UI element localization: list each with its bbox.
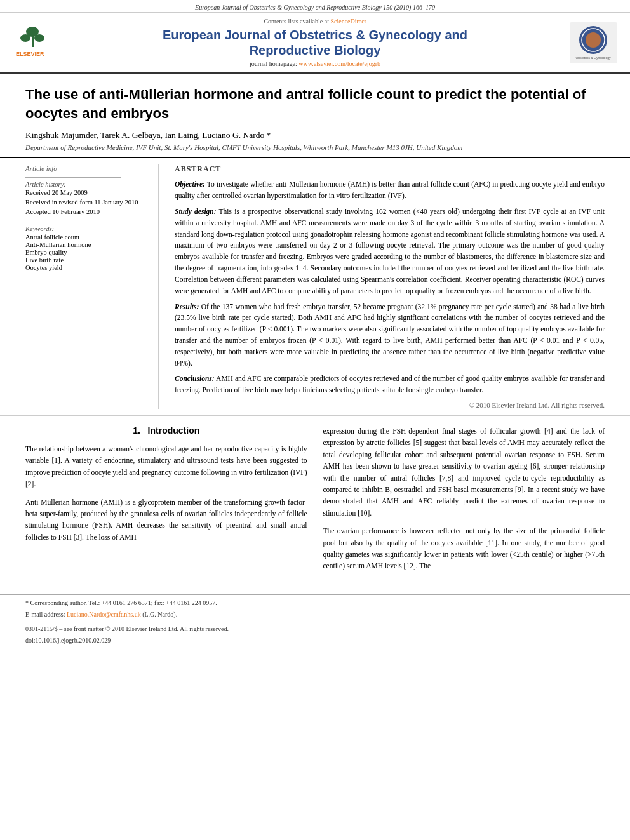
keyword-5: Oocytes yield xyxy=(25,264,149,271)
section-number: 1. xyxy=(133,425,140,436)
svg-text:Obstetrics & Gynecology: Obstetrics & Gynecology xyxy=(575,56,611,60)
right-p2-text: The ovarian performance is however refle… xyxy=(323,527,605,570)
article-authors: Kingshuk Majumder, Tarek A. Gelbaya, Ian… xyxy=(25,130,605,140)
journal-title-line2: Reproductive Biology xyxy=(70,43,560,58)
keyword-3: Embryo quality xyxy=(25,249,149,256)
conclusions-label: Conclusions: xyxy=(175,375,215,382)
copyright-line: © 2010 Elsevier Ireland Ltd. All rights … xyxy=(175,401,605,409)
study-design-text: This is a prospective observational stud… xyxy=(175,208,605,295)
page-wrapper: European Journal of Obstetrics & Gynecol… xyxy=(0,0,630,840)
intro-p2-text: Anti-Müllerian hormone (AMH) is a glycop… xyxy=(25,498,307,541)
journal-badge: Obstetrics & Gynecology xyxy=(570,22,617,63)
homepage-prefix: journal homepage: xyxy=(250,60,297,67)
content-left-column: 1. Introduction The relationship between… xyxy=(25,425,307,578)
elsevier-logo-area: ELSEVIER xyxy=(13,24,70,62)
svg-point-3 xyxy=(20,34,30,42)
intro-paragraph-2: Anti-Müllerian hormone (AMH) is a glycop… xyxy=(25,497,307,543)
elsevier-logo: ELSEVIER xyxy=(13,24,64,59)
journal-header: ELSEVIER Contents lists available at Sci… xyxy=(0,13,630,74)
email-suffix: (L.G. Nardo). xyxy=(142,611,177,618)
article-title-section: The use of anti-Müllerian hormone and an… xyxy=(0,74,630,158)
top-bar: European Journal of Obstetrics & Gynecol… xyxy=(0,0,630,13)
article-info-title: Article info xyxy=(25,164,149,172)
main-content: 1. Introduction The relationship between… xyxy=(0,416,630,588)
introduction-heading: 1. Introduction xyxy=(25,425,307,436)
sciencedirect-line: Contents lists available at ScienceDirec… xyxy=(70,18,560,25)
journal-header-center: Contents lists available at ScienceDirec… xyxy=(70,18,560,67)
right-paragraph-2: The ovarian performance is however refle… xyxy=(323,525,605,572)
section-title: Introduction xyxy=(148,425,200,436)
footnote-section: * Corresponding author. Tel.: +44 0161 2… xyxy=(0,594,630,619)
svg-point-9 xyxy=(586,32,601,48)
footer-line-1: 0301-2115/$ – see front matter © 2010 El… xyxy=(25,624,605,634)
received-date: Received 20 May 2009 xyxy=(25,189,149,196)
keyword-4: Live birth rate xyxy=(25,257,149,263)
right-paragraph-1: expression during the FSH-dependent fina… xyxy=(323,425,605,519)
abstract-study-design: Study design: This is a prospective obse… xyxy=(175,206,605,297)
contents-text: Contents lists available at xyxy=(264,18,328,25)
footer-line-2: doi:10.1016/j.ejogrb.2010.02.029 xyxy=(25,636,605,645)
keywords-label: Keywords: xyxy=(25,225,149,232)
journal-logo-area: Obstetrics & Gynecology xyxy=(560,22,617,63)
svg-point-4 xyxy=(34,34,44,42)
intro-p1-text: The relationship between a woman's chron… xyxy=(25,445,307,488)
corresponding-author-text: * Corresponding author. Tel.: +44 0161 2… xyxy=(25,599,217,606)
results-text: Of the 137 women who had fresh embryo tr… xyxy=(175,303,605,367)
authors-text: Kingshuk Majumder, Tarek A. Gelbaya, Ian… xyxy=(25,130,271,140)
article-info-abstract-section: Article info Article history: Received 2… xyxy=(0,158,630,416)
objective-label: Objective: xyxy=(175,180,205,188)
keyword-2: Anti-Müllerian hormone xyxy=(25,241,149,248)
abstract-objective: Objective: To investigate whether anti-M… xyxy=(175,179,605,202)
history-label: Article history: xyxy=(25,181,149,188)
sciencedirect-link[interactable]: ScienceDirect xyxy=(330,18,366,25)
study-design-label: Study design: xyxy=(175,208,217,215)
article-affiliation: Department of Reproductive Medicine, IVF… xyxy=(25,143,605,151)
email-label: E-mail address: xyxy=(25,611,65,618)
article-title: The use of anti-Müllerian hormone and an… xyxy=(25,85,605,123)
info-divider xyxy=(25,177,121,178)
keywords-divider xyxy=(25,222,121,222)
accepted-date: Accepted 10 February 2010 xyxy=(25,208,149,215)
corresponding-author: * Corresponding author. Tel.: +44 0161 2… xyxy=(25,598,605,608)
revised-date: Received in revised form 11 January 2010 xyxy=(25,199,149,206)
objective-text: To investigate whether anti-Müllerian ho… xyxy=(175,180,605,199)
results-label: Results: xyxy=(175,303,199,310)
homepage-url[interactable]: www.elsevier.com/locate/ejogrb xyxy=(298,60,380,67)
conclusions-text: AMH and AFC are comparable predictors of… xyxy=(175,375,605,394)
abstract-conclusions: Conclusions: AMH and AFC are comparable … xyxy=(175,373,605,396)
svg-text:ELSEVIER: ELSEVIER xyxy=(16,51,44,57)
journal-citation: European Journal of Obstetrics & Gynecol… xyxy=(195,4,435,11)
keyword-1: Antral follicle count xyxy=(25,234,149,241)
intro-paragraph-1: The relationship between a woman's chron… xyxy=(25,443,307,490)
right-p1-text: expression during the FSH-dependent fina… xyxy=(323,427,605,517)
email-line: E-mail address: Luciano.Nardo@cmft.nhs.u… xyxy=(25,610,605,619)
content-right-column: expression during the FSH-dependent fina… xyxy=(323,425,605,578)
abstract-column: Abstract Objective: To investigate wheth… xyxy=(171,164,605,409)
article-info-column: Article info Article history: Received 2… xyxy=(25,164,159,409)
email-link[interactable]: Luciano.Nardo@cmft.nhs.uk xyxy=(67,611,141,618)
abstract-results: Results: Of the 137 women who had fresh … xyxy=(175,302,605,370)
journal-title-line1: European Journal of Obstetrics & Gynecol… xyxy=(70,27,560,43)
journal-homepage: journal homepage: www.elsevier.com/locat… xyxy=(70,60,560,67)
keywords-section: Keywords: Antral follicle count Anti-Mül… xyxy=(25,222,149,271)
abstract-title: Abstract xyxy=(175,164,605,174)
bottom-footer: 0301-2115/$ – see front matter © 2010 El… xyxy=(0,621,630,650)
